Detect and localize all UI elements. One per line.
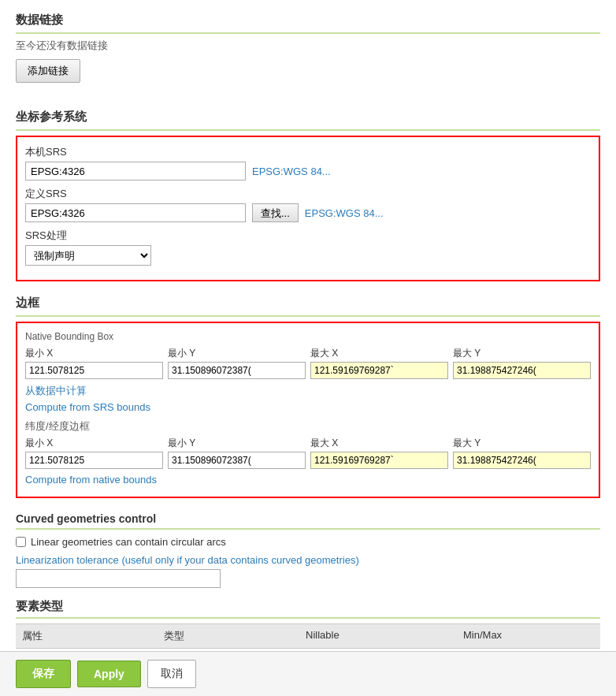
- tolerance-input[interactable]: [16, 569, 221, 588]
- crs-box: 本机SRS EPSG:WGS 84... 定义SRS 查找... EPSG:WG…: [16, 136, 600, 281]
- max-x-label-1: 最大 X: [310, 347, 448, 360]
- latlon-max-y-input[interactable]: [453, 452, 591, 469]
- srs-handle-select[interactable]: 强制声明 重新投影本地为声明的SRS 保持本机: [25, 245, 151, 266]
- min-x-label-1: 最小 X: [25, 347, 163, 360]
- latlon-min-y-input[interactable]: [168, 452, 306, 469]
- min-x-label-2: 最小 X: [25, 437, 163, 450]
- col-attr: 属性: [16, 627, 158, 645]
- latlon-max-x-input[interactable]: [310, 452, 448, 469]
- crs-title: 坐标参考系统: [16, 110, 87, 123]
- defined-srs-link[interactable]: EPSG:WGS 84...: [305, 207, 384, 219]
- compute-from-data-link[interactable]: 从数据中计算: [25, 384, 591, 398]
- compute-from-native-link[interactable]: Compute from native bounds: [25, 474, 591, 486]
- compute-from-srs-link[interactable]: Compute from SRS bounds: [25, 401, 591, 413]
- max-y-label-1: 最大 Y: [453, 347, 591, 360]
- min-y-label-1: 最小 Y: [168, 347, 306, 360]
- find-button[interactable]: 查找...: [252, 203, 299, 222]
- datalink-title: 数据链接: [16, 13, 63, 26]
- native-srs-label: 本机SRS: [25, 145, 591, 159]
- col-nillable: Nillable: [299, 627, 457, 645]
- defined-srs-input[interactable]: [25, 203, 246, 222]
- curved-title: Curved geometries control: [16, 512, 600, 530]
- native-srs-input[interactable]: [25, 162, 246, 181]
- latlon-label: 纬度/经度边框: [25, 419, 591, 434]
- min-y-label-2: 最小 Y: [168, 437, 306, 450]
- max-x-label-2: 最大 X: [310, 437, 448, 450]
- save-button[interactable]: 保存: [16, 660, 71, 688]
- circular-arcs-checkbox[interactable]: [16, 537, 26, 547]
- bbox-title: 边框: [16, 296, 39, 309]
- col-minmax: Min/Max: [457, 627, 575, 645]
- defined-srs-label: 定义SRS: [25, 187, 591, 201]
- native-srs-link[interactable]: EPSG:WGS 84...: [252, 166, 331, 177]
- cancel-button[interactable]: 取消: [147, 660, 196, 688]
- feature-type-title: 要素类型: [16, 599, 600, 619]
- apply-button[interactable]: Apply: [77, 661, 141, 687]
- feature-type-table-header: 属性 类型 Nillable Min/Max: [16, 623, 600, 649]
- circular-arcs-label: Linear geometries can contain circular a…: [31, 536, 226, 548]
- srs-handle-label: SRS处理: [25, 229, 591, 243]
- add-link-button[interactable]: 添加链接: [16, 59, 80, 83]
- native-min-y-input[interactable]: [168, 362, 306, 379]
- col-type: 类型: [158, 627, 299, 645]
- bbox-box: Native Bounding Box 最小 X 最小 Y 最大 X 最大 Y: [16, 322, 600, 498]
- native-min-x-input[interactable]: [25, 362, 163, 379]
- native-max-y-input[interactable]: [453, 362, 591, 379]
- no-data-text: 至今还没有数据链接: [16, 39, 600, 53]
- tolerance-label: Linearization tolerance (useful only if …: [16, 554, 600, 566]
- max-y-label-2: 最大 Y: [453, 437, 591, 450]
- latlon-min-x-input[interactable]: [25, 452, 163, 469]
- native-bbox-label: Native Bounding Box: [25, 331, 591, 342]
- footer-bar: 保存 Apply 取消: [0, 651, 616, 696]
- native-max-x-input[interactable]: [310, 362, 448, 379]
